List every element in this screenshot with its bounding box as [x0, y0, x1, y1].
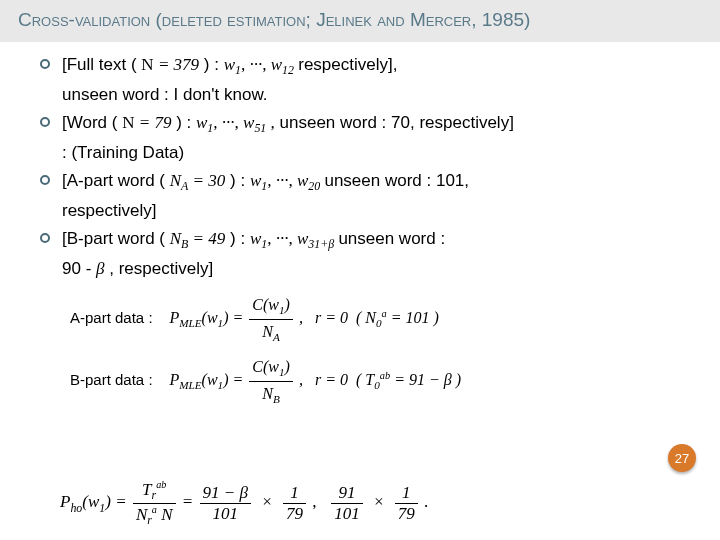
text: unseen word : 101,: [324, 171, 469, 190]
text: [B-part word (: [62, 229, 165, 248]
text: respectively],: [298, 55, 397, 74]
text: unseen word :: [338, 229, 445, 248]
text: ) :: [230, 229, 250, 248]
formula-b: B-part data : PMLE(w1) = C(w1)NB , r = 0…: [40, 347, 700, 409]
text: [A-part word (: [62, 171, 165, 190]
text: unseen word : 70, respectively]: [280, 113, 514, 132]
math-na30: NA = 30: [170, 171, 226, 190]
slide-title: Cross-validation (deleted estimation; Je…: [0, 0, 720, 42]
bullet-a-part: [A-part word ( NA = 30 ) : w1, ···, w20 …: [40, 168, 700, 196]
slide: Cross-validation (deleted estimation; Je…: [0, 0, 720, 540]
math-nb49: NB = 49: [170, 229, 226, 248]
text: ) :: [230, 171, 250, 190]
math-n79: N = 79: [122, 113, 171, 132]
math-w1-12: w1, ···, w12: [224, 55, 299, 74]
text: ) :: [176, 113, 196, 132]
text: 90 -: [62, 259, 96, 278]
page-number-badge: 27: [668, 444, 696, 472]
math-n379: N = 379: [141, 55, 199, 74]
bullet-word-line2: : (Training Data): [40, 140, 700, 166]
b-part-label: B-part data :: [70, 368, 165, 391]
content-area: [Full text ( N = 379 ) : w1, ···, w12 re…: [0, 42, 720, 409]
text: , respectively]: [109, 259, 213, 278]
math-w1-20: w1, ···, w20: [250, 171, 325, 190]
bullet-full-text: [Full text ( N = 379 ) : w1, ···, w12 re…: [40, 52, 700, 80]
formula-a: A-part data : PMLE(w1) = C(w1)NA , r = 0…: [40, 285, 700, 347]
a-part-label: A-part data :: [70, 306, 165, 329]
bullet-b-part-line2: 90 - β , respectively]: [40, 256, 700, 282]
text: [Word (: [62, 113, 117, 132]
bullet-b-part: [B-part word ( NB = 49 ) : w1, ···, w31+…: [40, 226, 700, 254]
text: [Full text (: [62, 55, 137, 74]
text: ) :: [204, 55, 224, 74]
bottom-equation: Pho(w1) = TrabNra N = 91 − β101 × 179 , …: [60, 479, 428, 528]
math-beta: β: [96, 259, 104, 278]
bullet-full-text-line2: unseen word : I don't know.: [40, 82, 700, 108]
bullet-a-part-line2: respectively]: [40, 198, 700, 224]
bullet-word: [Word ( N = 79 ) : w1, ···, w51 , unseen…: [40, 110, 700, 138]
a-part-formula: PMLE(w1) = C(w1)NA , r = 0 ( N0a = 101 ): [169, 309, 438, 326]
math-w1-31b: w1, ···, w31+β: [250, 229, 338, 248]
b-part-formula: PMLE(w1) = C(w1)NB , r = 0 ( T0ab = 91 −…: [169, 371, 461, 388]
math-w1-51: w1, ···, w51 ,: [196, 113, 275, 132]
